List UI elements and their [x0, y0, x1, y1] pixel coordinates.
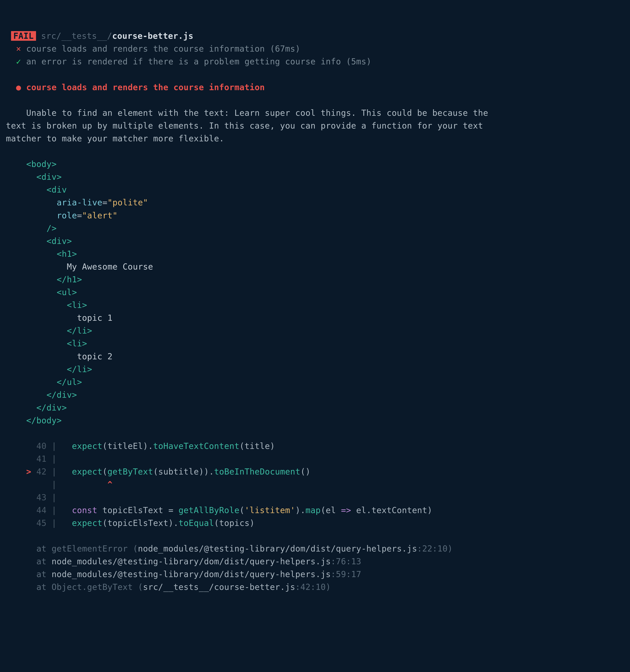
passed-test-name: an error is rendered if there is a probl… [26, 57, 371, 66]
line-number: 42 [37, 467, 47, 477]
stack-line: at [37, 570, 52, 579]
gutter-pipe: | [52, 493, 57, 502]
gutter-pipe: | [52, 505, 57, 515]
dom-body-close: </body> [26, 416, 62, 425]
stack-line: at [37, 557, 52, 566]
code-fn: expect [72, 441, 102, 451]
stack-loc: :22:10) [417, 544, 453, 553]
test-path-file: course-better.js [112, 31, 194, 41]
gutter-pipe: | [52, 480, 57, 489]
dom-body-open: <body> [26, 159, 57, 169]
stack-loc: :76:13 [331, 557, 361, 566]
line-number: 41 [37, 454, 47, 464]
code-text: (title) [239, 441, 275, 451]
dom-li-open: <li> [67, 339, 87, 348]
code-string: 'listitem' [244, 505, 295, 515]
code-fn: expect [72, 518, 102, 528]
code-text: ). [295, 505, 306, 515]
dom-div-open: <div> [37, 172, 62, 182]
code-fn: getAllByRole [178, 505, 239, 515]
error-pointer: > [26, 467, 31, 477]
dom-div-close: </div> [37, 403, 67, 412]
code-text: (el [321, 505, 341, 515]
code-text: (subtitle)). [153, 467, 214, 477]
bullet-icon: ● [16, 82, 21, 92]
dom-h1-close: </h1> [57, 275, 82, 284]
code-arrow: => [341, 505, 351, 515]
gutter-pipe: | [52, 441, 57, 451]
dom-ul-close: </ul> [57, 377, 82, 387]
code-text: topicElsText = [97, 505, 178, 515]
dom-attr-name: aria-live [57, 198, 102, 207]
fail-badge: FAIL [11, 31, 36, 41]
code-fn: expect [72, 467, 102, 477]
x-icon: × [16, 44, 21, 53]
dom-ul-open: <ul> [57, 287, 77, 297]
dom-li-close: </li> [67, 364, 92, 374]
dom-text: topic 2 [77, 352, 113, 361]
code-keyword: const [72, 505, 97, 515]
failing-test-title: course loads and renders the course info… [26, 82, 265, 92]
code-text: ( [239, 505, 244, 515]
stack-path: node_modules/@testing-library/dom/dist/q… [52, 557, 331, 566]
dom-eq: = [102, 198, 107, 207]
dom-attr-val: "polite" [107, 198, 148, 207]
dom-h1-open: <h1> [57, 249, 77, 259]
line-number: 43 [37, 493, 47, 502]
gutter-pipe: | [52, 518, 57, 528]
code-fn: getByText [107, 467, 153, 477]
dom-div-open: <div [46, 185, 67, 194]
dom-text: My Awesome Course [67, 262, 153, 271]
stack-path: node_modules/@testing-library/dom/dist/q… [138, 544, 417, 553]
stack-path: node_modules/@testing-library/dom/dist/q… [52, 570, 331, 579]
gutter-pipe: | [52, 454, 57, 464]
code-fn: toBeInTheDocument [214, 467, 300, 477]
dom-li-close: </li> [67, 326, 92, 336]
dom-text: topic 1 [77, 313, 113, 323]
line-number: 44 [37, 505, 47, 515]
dom-self-close: /> [46, 223, 57, 233]
error-message: Unable to find an element with the text:… [6, 108, 488, 143]
stack-loc: :42:10) [295, 582, 331, 592]
line-number: 40 [37, 441, 47, 451]
code-text: () [300, 467, 311, 477]
caret-pointer: ^ [107, 480, 113, 489]
test-path-dir: src/__tests__/ [41, 31, 112, 41]
failed-test-name: course loads and renders the course info… [26, 44, 300, 53]
code-text: ( [102, 467, 107, 477]
stack-line: at Object.getByText ( [37, 582, 143, 592]
dom-li-open: <li> [67, 300, 87, 310]
code-text: (titleEl). [102, 441, 153, 451]
terminal-output: FAIL src/__tests__/course-better.js × co… [6, 31, 488, 592]
dom-attr-val: "alert" [82, 211, 118, 220]
dom-div-close: </div> [46, 390, 77, 400]
stack-loc: :59:17 [331, 570, 361, 579]
code-fn: toHaveTextContent [153, 441, 239, 451]
gutter-pipe: | [52, 467, 57, 477]
dom-attr-name: role [57, 211, 77, 220]
code-text: (topics) [214, 518, 255, 528]
stack-line: at getElementError ( [37, 544, 138, 553]
check-icon: ✓ [16, 57, 21, 66]
dom-div-open: <div> [46, 236, 72, 246]
dom-eq: = [77, 211, 82, 220]
stack-path: src/__tests__/course-better.js [143, 582, 295, 592]
code-text: el.textContent) [351, 505, 433, 515]
code-text: (topicElsText). [102, 518, 178, 528]
code-fn: toEqual [178, 518, 214, 528]
line-number: 45 [37, 518, 47, 528]
code-fn: map [305, 505, 320, 515]
